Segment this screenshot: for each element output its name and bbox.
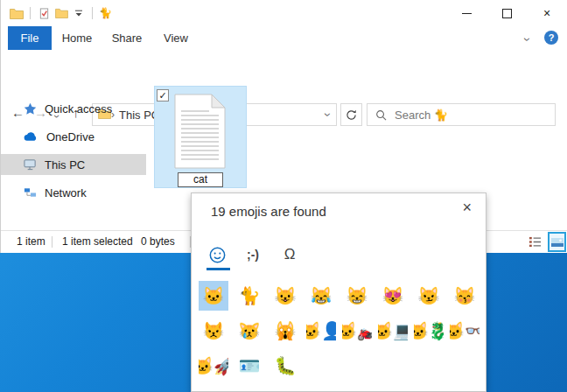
refresh-icon — [346, 109, 357, 121]
emoji-grid: 🐱 🐈 😺 😹 😸 😻 😼 😽 😾 😿 🙀 🐱‍👤 🐱‍🏍 🐱‍💻 🐱‍🐉 🐱‍… — [199, 281, 480, 381]
refresh-button[interactable] — [340, 103, 362, 126]
emoji-cell[interactable]: 🪪 — [234, 351, 264, 381]
tab-view[interactable]: View — [156, 26, 196, 50]
divider — [92, 7, 93, 19]
sidebar-item-network[interactable]: Network — [1, 182, 146, 203]
emoji-cell[interactable]: 😻 — [378, 281, 408, 311]
tab-symbols[interactable]: Ω — [276, 244, 303, 265]
tab-kaomoji[interactable]: ;-) — [240, 244, 266, 265]
details-view-button[interactable] — [528, 235, 542, 251]
maximize-button[interactable] — [486, 0, 527, 26]
computer-icon — [24, 158, 37, 171]
text-document-icon[interactable] — [174, 94, 226, 172]
sidebar-item-this-pc[interactable]: This PC — [1, 154, 146, 175]
qat-new-folder-icon[interactable] — [52, 4, 70, 22]
emoji-cell[interactable]: 🐱‍🚀 — [199, 351, 228, 381]
emoji-cell[interactable]: 🐱 — [199, 281, 228, 311]
divider — [52, 236, 52, 248]
emoji-results-header: 19 emojis are found — [211, 204, 326, 219]
emoji-cell[interactable]: 🐱‍👓 — [450, 316, 480, 346]
minimize-ribbon-chevron-icon[interactable]: › — [526, 32, 530, 47]
help-button[interactable]: ? — [544, 31, 558, 45]
network-icon — [24, 187, 37, 198]
search-placeholder: Search 🐈 — [395, 108, 448, 122]
emoji-panel-close-button[interactable]: × — [458, 198, 475, 217]
maximize-icon — [502, 9, 512, 18]
divider — [30, 7, 31, 19]
selected-tab-underline — [206, 268, 230, 270]
emoji-cell[interactable]: 😼 — [414, 281, 444, 311]
close-button[interactable]: × — [527, 0, 567, 26]
search-box[interactable]: Search 🐈 — [367, 103, 556, 126]
search-icon — [375, 109, 387, 121]
emoji-cell[interactable]: 🐛 — [270, 351, 300, 381]
status-selected-count: 1 item selected — [62, 235, 133, 248]
address-bar-row: ← → › ↑ › This PC › Desktop › 🐈 › — [1, 50, 567, 79]
cloud-icon — [24, 132, 38, 142]
status-item-count: 1 item — [17, 235, 46, 248]
emoji-cell[interactable]: 😽 — [450, 281, 480, 311]
emoji-cell[interactable]: 🐱‍👤 — [306, 316, 336, 346]
rename-input[interactable]: cat — [178, 172, 223, 187]
smiley-icon — [209, 247, 226, 263]
emoji-cell[interactable]: 🐱‍🐉 — [414, 316, 444, 346]
window-controls: × — [446, 0, 567, 26]
emoji-cell[interactable]: 🐈 — [234, 281, 264, 311]
star-icon — [24, 102, 37, 116]
window-title: 🐈 — [99, 7, 112, 19]
title-bar: 🐈 × — [1, 0, 567, 26]
tab-emoji[interactable] — [204, 244, 230, 265]
file-checkbox[interactable]: ✓ — [157, 89, 169, 102]
large-icons-view-button[interactable] — [548, 232, 566, 252]
emoji-cell[interactable]: 😹 — [306, 281, 336, 311]
status-selected-size: 0 bytes — [141, 235, 175, 248]
emoji-cell[interactable]: 😾 — [199, 316, 228, 346]
minimize-icon — [462, 13, 472, 14]
thumbnail-view-icon — [551, 238, 564, 247]
tab-home[interactable]: Home — [57, 26, 97, 50]
sidebar-item-quick-access[interactable]: Quick access — [1, 98, 146, 119]
address-dropdown-chevron-icon[interactable]: › — [323, 113, 335, 117]
qat-properties-icon[interactable] — [35, 4, 52, 22]
ribbon-tab-bar: File Home Share View › ? — [1, 26, 567, 51]
emoji-cell[interactable]: 😺 — [270, 281, 300, 311]
desktop: 🐈 × File Home Share View › ? ← → › ↑ — [0, 0, 567, 392]
emoji-cell[interactable]: 🐱‍💻 — [378, 316, 408, 346]
emoji-cell[interactable]: 🙀 — [270, 316, 300, 346]
qat-customize-dropdown-icon[interactable] — [70, 4, 88, 22]
explorer-window-icon — [8, 4, 25, 22]
emoji-picker-panel: 19 emojis are found × ;-) Ω 🐱 🐈 😺 😹 😸 😻 … — [191, 192, 486, 392]
emoji-cell[interactable]: 😿 — [234, 316, 264, 346]
emoji-cell[interactable]: 🐱‍🏍 — [342, 316, 372, 346]
emoji-cell[interactable]: 😸 — [342, 281, 372, 311]
tab-file[interactable]: File — [8, 26, 52, 50]
minimize-button[interactable] — [446, 0, 486, 26]
tab-share[interactable]: Share — [107, 26, 147, 50]
sidebar-item-onedrive[interactable]: OneDrive — [1, 126, 146, 147]
details-view-icon — [528, 236, 542, 248]
